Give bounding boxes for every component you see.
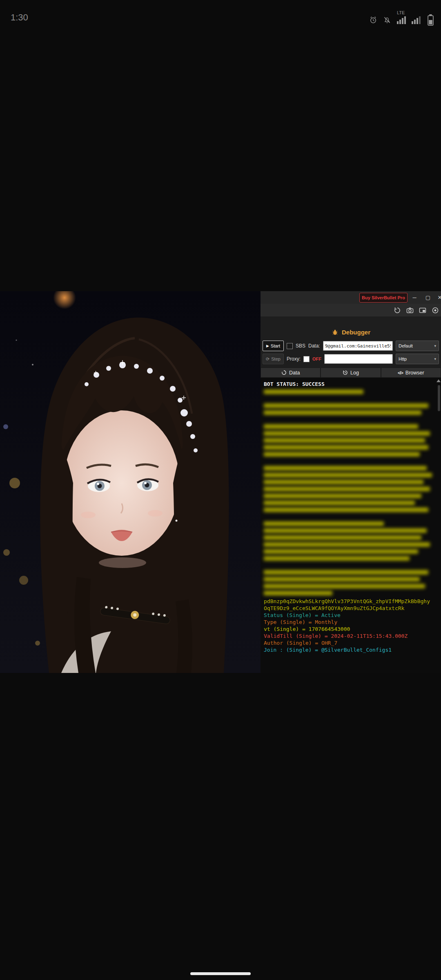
redacted-text-line bbox=[264, 535, 421, 540]
console-line: Author (Single) = OHR_7 bbox=[264, 639, 435, 646]
tab-log[interactable]: Log bbox=[321, 368, 381, 378]
debugger-window: Buy SilverBullet Pro ─ ▢ ✕ bbox=[261, 291, 441, 673]
bug-icon bbox=[331, 328, 339, 336]
redacted-text-line bbox=[264, 445, 428, 450]
redacted-text-line bbox=[264, 508, 428, 512]
maximize-button[interactable]: ▢ bbox=[423, 293, 432, 302]
record-icon[interactable] bbox=[431, 306, 439, 314]
start-button[interactable]: ▶ Start bbox=[263, 341, 284, 351]
config-select-value: Default bbox=[399, 343, 413, 348]
console-line: pdBnzp0qZDvkwhSLkrgQhVlv37P3VntQGk_zhpVI… bbox=[264, 598, 435, 605]
redacted-text-line bbox=[264, 438, 425, 443]
status-time: 1:30 bbox=[11, 12, 28, 23]
console-line: Status (Single) = Active bbox=[264, 612, 435, 619]
sbs-label: SBS bbox=[296, 343, 305, 349]
redacted-text-line bbox=[264, 452, 420, 457]
signal-bars-icon bbox=[397, 16, 406, 24]
console-line: ValidTill (Single) = 2024-02-11T15:15:43… bbox=[264, 633, 435, 639]
scrollbar-thumb[interactable] bbox=[438, 385, 440, 411]
redacted-text-line bbox=[264, 591, 332, 595]
tab-browser[interactable]: </> Browser bbox=[381, 368, 441, 378]
proxy-checkbox[interactable] bbox=[303, 356, 310, 362]
notifications-off-icon bbox=[383, 16, 391, 24]
data-input[interactable] bbox=[323, 341, 393, 351]
portrait-svg bbox=[0, 291, 261, 673]
redacted-text-line bbox=[264, 556, 410, 561]
redacted-text-line bbox=[264, 549, 418, 554]
cellular-signal-primary: LTE bbox=[397, 11, 406, 24]
portrait-illustration bbox=[0, 291, 261, 673]
redacted-text-line bbox=[264, 487, 430, 491]
controls-row-1: ▶ Start SBS Data: Default ▾ bbox=[263, 341, 439, 351]
console-line: Join : (Single) = @SilverBullet_Configs1 bbox=[264, 646, 435, 653]
debugger-header: Debugger bbox=[261, 328, 441, 336]
console-line: Type (Single) = Monthly bbox=[264, 619, 435, 626]
picture-in-picture-icon[interactable] bbox=[419, 306, 427, 314]
console-scrollbar[interactable] bbox=[437, 378, 441, 673]
bot-status-line: BOT STATUS: SUCCESS bbox=[264, 381, 435, 388]
console-lines: pdBnzp0qZDvkwhSLkrgQhVlv37P3VntQGk_zhpVI… bbox=[264, 598, 435, 653]
redacted-text-line bbox=[264, 521, 384, 526]
step-icon: ⟳ bbox=[266, 356, 270, 362]
battery-icon bbox=[426, 16, 434, 24]
camera-icon[interactable] bbox=[406, 306, 414, 314]
redacted-gap bbox=[264, 563, 435, 570]
controls-row-2: ⟳ Step Proxy: OFF Http ▾ bbox=[263, 354, 439, 364]
redacted-text-line bbox=[264, 494, 421, 498]
redacted-text-line bbox=[264, 528, 427, 533]
data-tab-icon bbox=[281, 370, 287, 375]
window-titlebar[interactable]: Buy SilverBullet Pro ─ ▢ ✕ bbox=[261, 291, 441, 304]
play-icon: ▶ bbox=[266, 344, 269, 348]
console-output: BOT STATUS: SUCCESS pdBnzp0qZDvkwhSLkrgQ… bbox=[261, 378, 441, 673]
sbs-checkbox[interactable] bbox=[287, 343, 293, 349]
window-toolbar bbox=[261, 304, 441, 316]
redacted-text-line bbox=[264, 570, 428, 575]
status-bar: 1:30 LTE bbox=[0, 0, 441, 29]
redacted-text-line bbox=[264, 542, 430, 547]
alarm-icon bbox=[369, 16, 377, 24]
redacted-gap bbox=[264, 514, 435, 521]
step-button[interactable]: ⟳ Step bbox=[263, 354, 284, 364]
redacted-text-line bbox=[264, 501, 415, 505]
start-button-label: Start bbox=[271, 343, 280, 348]
scroll-up-arrow-icon[interactable] bbox=[437, 379, 441, 382]
tab-data[interactable]: Data bbox=[261, 368, 321, 378]
redacted-text-line bbox=[264, 424, 418, 429]
proxy-input[interactable] bbox=[324, 354, 393, 364]
console-line: OqTE9Dz9_eCceSLWCA9fQOYAyXmn9uZtGJCp4atx… bbox=[264, 605, 435, 612]
protocol-select[interactable]: Http ▾ bbox=[396, 354, 439, 364]
protocol-select-value: Http bbox=[399, 356, 407, 361]
console-redacted bbox=[264, 390, 435, 595]
redacted-text-line bbox=[264, 577, 420, 581]
debugger-title: Debugger bbox=[342, 329, 370, 336]
redacted-text-line bbox=[264, 403, 428, 408]
redacted-text-line bbox=[264, 466, 427, 470]
history-icon[interactable] bbox=[393, 306, 401, 314]
redacted-gap bbox=[264, 459, 435, 466]
close-button[interactable]: ✕ bbox=[435, 293, 441, 302]
status-icons: LTE bbox=[369, 11, 434, 24]
redacted-text-line bbox=[264, 480, 423, 484]
network-type-label: LTE bbox=[397, 11, 405, 15]
phone-screen: 1:30 LTE bbox=[0, 0, 441, 980]
tab-log-label: Log bbox=[350, 370, 359, 376]
redacted-gap bbox=[264, 396, 435, 403]
home-indicator[interactable] bbox=[190, 972, 251, 975]
redacted-gap bbox=[264, 417, 435, 424]
signal-bars-secondary-icon bbox=[412, 16, 421, 24]
buy-pro-button[interactable]: Buy SilverBullet Pro bbox=[359, 293, 408, 303]
proxy-label: Proxy: bbox=[287, 356, 301, 362]
config-select[interactable]: Default ▾ bbox=[396, 341, 439, 351]
console-line: vt (Single) = 1707664543000 bbox=[264, 626, 435, 633]
redacted-text-line bbox=[264, 410, 421, 415]
browser-tab-icon: </> bbox=[398, 370, 403, 375]
redacted-text-line bbox=[264, 390, 363, 394]
proxy-state-label: OFF bbox=[312, 356, 321, 361]
shared-image: Buy SilverBullet Pro ─ ▢ ✕ bbox=[0, 291, 441, 673]
minimize-button[interactable]: ─ bbox=[410, 293, 419, 302]
redacted-text-line bbox=[264, 584, 425, 588]
chevron-down-icon: ▾ bbox=[434, 357, 436, 361]
data-label: Data: bbox=[308, 343, 320, 349]
log-tab-icon bbox=[343, 370, 348, 375]
chevron-down-icon: ▾ bbox=[434, 344, 436, 348]
